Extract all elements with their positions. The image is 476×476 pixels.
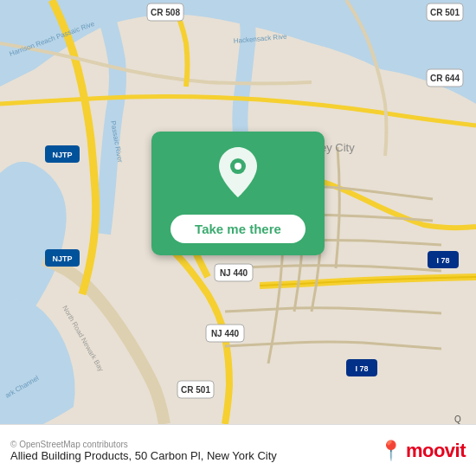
location-pin-icon bbox=[216, 147, 260, 203]
svg-text:ey City: ey City bbox=[320, 141, 355, 154]
svg-text:CR 501: CR 501 bbox=[181, 385, 210, 395]
moovit-logo: 📍 moovit bbox=[379, 440, 466, 462]
take-me-there-button[interactable]: Take me there bbox=[170, 215, 306, 243]
svg-text:NJTP: NJTP bbox=[52, 254, 72, 263]
svg-text:NJ 440: NJ 440 bbox=[211, 329, 240, 338]
bottom-left: © OpenStreetMap contributors Allied Buil… bbox=[10, 440, 277, 462]
attribution-text: © OpenStreetMap contributors bbox=[10, 440, 277, 449]
svg-text:I 78: I 78 bbox=[436, 256, 449, 265]
svg-point-29 bbox=[235, 163, 241, 170]
moovit-pin-icon: 📍 bbox=[379, 440, 402, 462]
svg-text:Q: Q bbox=[454, 415, 461, 424]
address-text: Allied Building Products, 50 Carbon Pl, … bbox=[10, 449, 277, 462]
svg-text:CR 508: CR 508 bbox=[151, 8, 180, 17]
takemethere-overlay: Take me there bbox=[151, 132, 325, 255]
svg-text:NJ 440: NJ 440 bbox=[220, 268, 248, 278]
svg-text:NJTP: NJTP bbox=[52, 151, 72, 159]
map-container: CR 508 CR 501 CR 644 NJTP NJTP I 78 I 78… bbox=[0, 0, 476, 424]
svg-text:CR 501: CR 501 bbox=[430, 8, 460, 17]
moovit-brand-text: moovit bbox=[406, 440, 466, 462]
bottom-bar: © OpenStreetMap contributors Allied Buil… bbox=[0, 424, 476, 476]
svg-text:CR 644: CR 644 bbox=[430, 74, 460, 83]
svg-text:I 78: I 78 bbox=[355, 364, 368, 373]
green-card: Take me there bbox=[151, 132, 325, 255]
